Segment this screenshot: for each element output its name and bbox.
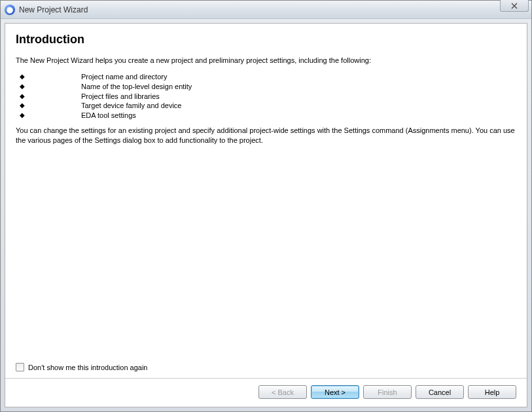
intro-text: The New Project Wizard helps you create …	[16, 56, 516, 66]
window-title: New Project Wizard	[19, 5, 88, 14]
wizard-window: ⬤ New Project Wizard Introduction The Ne…	[0, 0, 532, 412]
bullet-text: Name of the top-level design entity	[81, 82, 516, 92]
list-item: ◆ Target device family and device	[16, 101, 516, 111]
close-button[interactable]	[500, 0, 529, 12]
spacer	[16, 145, 516, 363]
app-icon: ⬤	[5, 5, 15, 15]
bullet-text: Target device family and device	[81, 101, 516, 111]
bullet-icon: ◆	[16, 82, 81, 91]
list-item: ◆ Name of the top-level design entity	[16, 82, 516, 92]
bullet-icon: ◆	[16, 101, 81, 110]
separator	[5, 378, 527, 379]
cancel-button[interactable]: Cancel	[416, 385, 464, 399]
content-area: Introduction The New Project Wizard help…	[5, 23, 527, 407]
dont-show-checkbox-row[interactable]: Don't show me this introduction again	[16, 363, 516, 371]
page-heading: Introduction	[16, 33, 516, 47]
bullet-list: ◆ Project name and directory ◆ Name of t…	[16, 72, 516, 121]
list-item: ◆ EDA tool settings	[16, 111, 516, 121]
bullet-text: Project files and libraries	[81, 92, 516, 102]
dont-show-checkbox[interactable]	[16, 363, 24, 371]
checkbox-label: Don't show me this introduction again	[28, 364, 147, 371]
list-item: ◆ Project files and libraries	[16, 92, 516, 102]
help-button[interactable]: Help	[468, 385, 516, 399]
close-icon	[511, 3, 518, 9]
bullet-icon: ◆	[16, 111, 81, 120]
titlebar-controls	[500, 0, 531, 12]
bullet-text: EDA tool settings	[81, 111, 516, 121]
finish-button: Finish	[363, 385, 412, 399]
back-button: < Back	[258, 385, 307, 399]
bullet-text: Project name and directory	[81, 72, 516, 82]
titlebar[interactable]: ⬤ New Project Wizard	[1, 1, 531, 19]
body-text: You can change the settings for an exist…	[16, 126, 516, 145]
bullet-icon: ◆	[16, 92, 81, 101]
list-item: ◆ Project name and directory	[16, 72, 516, 82]
button-row: < Back Next > Finish Cancel Help	[16, 385, 516, 400]
bullet-icon: ◆	[16, 72, 81, 81]
next-button[interactable]: Next >	[311, 385, 359, 399]
